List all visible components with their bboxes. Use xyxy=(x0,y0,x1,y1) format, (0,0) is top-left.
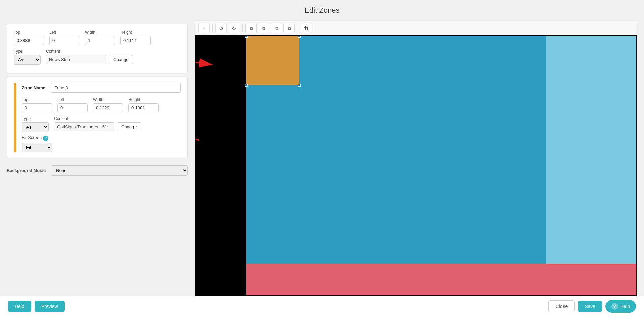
top-label-1: Top xyxy=(14,30,44,35)
height-label-1: Height xyxy=(120,30,151,35)
change-button-1[interactable]: Change xyxy=(109,55,133,64)
footer-right: Close Save ? Help xyxy=(548,300,636,313)
width-label-3: Width xyxy=(93,97,123,102)
add-zone-button[interactable]: + xyxy=(198,23,210,33)
toolbar-divider-3 xyxy=(298,24,298,32)
preview-button[interactable]: Preview xyxy=(35,301,65,312)
fit-screen-label: Fit Screen xyxy=(22,135,42,140)
help-circle-button[interactable]: ? Help xyxy=(605,300,636,313)
fit-screen-help-icon[interactable]: ? xyxy=(43,136,48,141)
content-input-3 xyxy=(54,122,114,131)
left-input-1[interactable] xyxy=(49,36,79,45)
bg-music-select[interactable]: None xyxy=(51,165,188,176)
right-panel: + ↺ ↻ ⧉ ⧉ ⧉ ⧉ 🗑 xyxy=(195,21,637,296)
svg-line-1 xyxy=(195,46,212,65)
width-input-1[interactable] xyxy=(85,36,115,45)
zone-name-label: Zone Name xyxy=(22,85,45,90)
zone3-content: Zone Name Top Left Width xyxy=(22,83,181,152)
left-label-1: Left xyxy=(49,30,79,35)
footer: Help Preview Close Save ? Help xyxy=(0,296,644,316)
save-button[interactable]: Save xyxy=(578,301,602,312)
left-label-3: Left xyxy=(57,97,88,102)
copy-button[interactable]: ⧉ xyxy=(245,23,257,33)
fit-screen-section: Fit Screen ? Fit xyxy=(22,135,181,152)
toolbar-divider-1 xyxy=(212,24,213,32)
handle-br[interactable] xyxy=(298,84,301,87)
type-label-3: Type xyxy=(22,116,49,121)
undo-button[interactable]: ↺ xyxy=(215,23,227,33)
content-label-3: Content xyxy=(54,116,141,121)
background-music-section: Background Music None xyxy=(7,162,188,179)
handle-bl[interactable] xyxy=(245,84,248,87)
handle-tl[interactable] xyxy=(245,35,248,38)
zone-blue-right[interactable] xyxy=(546,36,636,264)
left-input-3[interactable] xyxy=(57,103,88,112)
fit-select[interactable]: Fit xyxy=(22,143,52,152)
footer-left: Help Preview xyxy=(8,301,65,312)
page-title: Edit Zones xyxy=(0,0,644,21)
zone1-section: Top Left Width Height Type xyxy=(7,24,188,73)
svg-line-2 xyxy=(195,95,199,140)
zone-orange[interactable] xyxy=(246,36,299,85)
height-input-3[interactable] xyxy=(128,103,159,112)
change-button-3[interactable]: Change xyxy=(117,122,141,131)
width-label-1: Width xyxy=(85,30,115,35)
canvas-inner xyxy=(196,36,636,295)
redo-button[interactable]: ↻ xyxy=(228,23,239,33)
zone-name-input[interactable] xyxy=(51,83,181,93)
type-select-3[interactable]: As: xyxy=(22,122,49,132)
help-circle-label: Help xyxy=(620,304,630,309)
handle-tr[interactable] xyxy=(298,35,301,38)
paste2-button[interactable]: ⧉ xyxy=(283,23,295,33)
canvas-wrapper xyxy=(195,35,637,296)
type-label-1: Type xyxy=(14,49,41,54)
height-input-1[interactable] xyxy=(120,36,151,45)
bg-music-label: Background Music xyxy=(7,168,46,173)
toolbar-divider-2 xyxy=(242,24,243,32)
top-label-3: Top xyxy=(22,97,52,102)
content-input-1 xyxy=(46,55,106,64)
help-button[interactable]: Help xyxy=(8,301,31,312)
top-input-1[interactable] xyxy=(14,36,44,45)
paste-button[interactable]: ⧉ xyxy=(258,23,269,33)
width-input-3[interactable] xyxy=(93,103,123,112)
help-circle-icon: ? xyxy=(611,303,618,310)
zone-red-bottom[interactable] xyxy=(246,264,636,295)
delete-button[interactable]: 🗑 xyxy=(301,23,312,33)
top-input-3[interactable] xyxy=(22,103,52,112)
content-label-1: Content xyxy=(46,49,133,54)
zone3-section: Zone Name Top Left Width xyxy=(7,77,188,158)
close-button[interactable]: Close xyxy=(548,300,575,312)
orange-bar xyxy=(14,83,16,152)
height-label-3: Height xyxy=(128,97,159,102)
duplicate-button[interactable]: ⧉ xyxy=(271,23,282,33)
left-panel: Top Left Width Height Type xyxy=(7,21,188,296)
type-select-1[interactable]: As: xyxy=(14,55,41,65)
toolbar: + ↺ ↻ ⧉ ⧉ ⧉ ⧉ 🗑 xyxy=(195,21,637,35)
